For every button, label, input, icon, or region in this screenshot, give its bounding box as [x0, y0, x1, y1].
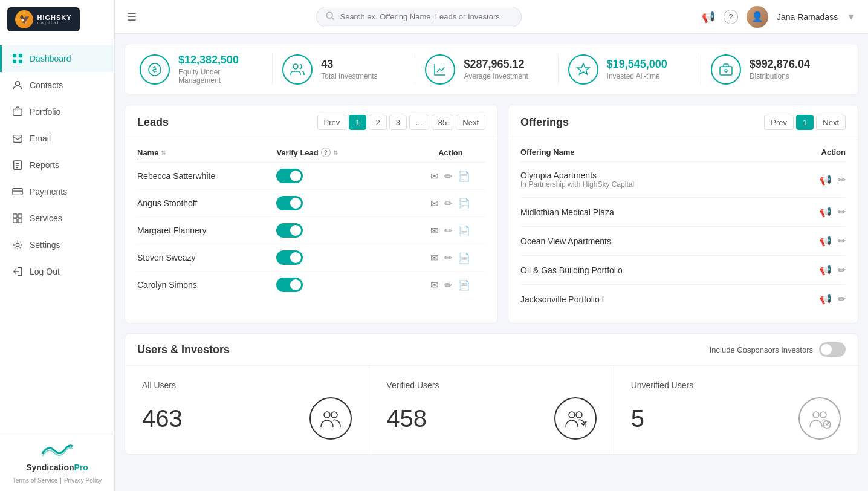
all-users-card: All Users 463 — [125, 366, 369, 454]
lead-doc-1[interactable]: 📄 — [458, 171, 470, 182]
leads-title: Leads — [137, 116, 169, 129]
main-content: $12,382,500 Equity Under Management 43 T… — [115, 34, 868, 491]
leads-prev-btn[interactable]: Prev — [317, 115, 347, 130]
syndication-brand: SyndicationPro — [26, 463, 88, 472]
sidebar-item-settings[interactable]: Settings — [0, 232, 114, 258]
sidebar: 🦅 HIGHSKY capital Dashboard Contacts — [0, 0, 115, 491]
svg-rect-10 — [18, 214, 22, 218]
offering-edit-5[interactable]: ✏ — [838, 293, 846, 305]
svg-rect-9 — [13, 214, 17, 218]
offerings-next-btn[interactable]: Next — [816, 115, 846, 130]
sidebar-item-contacts[interactable]: Contacts — [0, 72, 114, 99]
name-sort-icon[interactable]: ⇅ — [161, 149, 166, 156]
lead-doc-3[interactable]: 📄 — [458, 225, 470, 236]
sidebar-item-portfolio[interactable]: Portfolio — [0, 99, 114, 125]
offering-edit-3[interactable]: ✏ — [838, 235, 846, 247]
offerings-page-1[interactable]: 1 — [796, 115, 814, 130]
offering-megaphone-1[interactable]: 📢 — [820, 174, 832, 186]
sidebar-item-dashboard-label: Dashboard — [30, 54, 71, 63]
leads-page-3[interactable]: 3 — [389, 115, 407, 130]
lead-email-2[interactable]: ✉ — [430, 198, 438, 209]
lead-toggle-5[interactable] — [276, 278, 303, 292]
offering-row: Olympia Apartments In Partnership with H… — [520, 162, 846, 198]
sidebar-item-logout[interactable]: Log Out — [0, 258, 114, 285]
stat-distributions: $992,876.04 Distributions — [701, 54, 843, 85]
stats-bar: $12,382,500 Equity Under Management 43 T… — [125, 44, 858, 95]
offering-actions-2: 📢 ✏ — [820, 206, 846, 218]
cosponsors-toggle-switch[interactable] — [819, 342, 846, 357]
lead-email-5[interactable]: ✉ — [430, 279, 438, 291]
svg-rect-8 — [13, 189, 22, 195]
lead-toggle-4[interactable] — [276, 250, 303, 265]
offering-row: Oil & Gas Building Portfolio 📢 ✏ — [520, 256, 846, 285]
verify-sort-icon[interactable]: ⇅ — [333, 149, 338, 156]
user-dropdown-icon[interactable]: ▼ — [846, 11, 856, 22]
verify-help-icon[interactable]: ? — [321, 148, 331, 157]
svg-point-23 — [813, 412, 819, 418]
lead-email-3[interactable]: ✉ — [430, 225, 438, 236]
lead-doc-4[interactable]: 📄 — [458, 252, 470, 264]
offering-megaphone-5[interactable]: 📢 — [820, 293, 832, 305]
col-offering-action-label: Action — [821, 148, 846, 157]
cosponsors-label: Include Cosponsors Investors — [710, 345, 813, 354]
lead-name-3: Margaret Flannery — [137, 226, 276, 235]
sidebar-item-reports[interactable]: Reports — [0, 152, 114, 178]
lead-toggle-1[interactable] — [276, 169, 303, 183]
search-input[interactable] — [340, 12, 513, 21]
help-icon[interactable]: ? — [724, 10, 738, 24]
sidebar-item-email[interactable]: Email — [0, 125, 114, 152]
lead-email-1[interactable]: ✉ — [430, 171, 438, 182]
lead-email-4[interactable]: ✉ — [430, 252, 438, 264]
lead-edit-3[interactable]: ✏ — [444, 225, 452, 236]
distributions-label: Distributions — [750, 72, 810, 80]
offering-edit-2[interactable]: ✏ — [838, 206, 846, 218]
lead-doc-5[interactable]: 📄 — [458, 279, 470, 291]
offering-megaphone-3[interactable]: 📢 — [820, 235, 832, 247]
leads-page-ellipsis: ... — [409, 115, 429, 130]
svg-rect-1 — [19, 54, 22, 57]
hamburger-icon[interactable]: ☰ — [127, 10, 137, 24]
users-investors-section: Users & Investors Include Cosponsors Inv… — [125, 333, 858, 455]
leads-page-2[interactable]: 2 — [369, 115, 386, 130]
col-action-label: Action — [416, 148, 485, 157]
offerings-prev-btn[interactable]: Prev — [764, 115, 794, 130]
topbar-left: ☰ — [127, 10, 137, 24]
svg-rect-17 — [720, 67, 732, 75]
offering-megaphone-2[interactable]: 📢 — [820, 206, 832, 218]
average-label: Average Investment — [464, 72, 528, 80]
unverified-users-value: 5 — [631, 405, 644, 432]
sidebar-item-dashboard[interactable]: Dashboard — [0, 45, 114, 72]
distributions-value: $992,876.04 — [750, 58, 810, 71]
leads-next-btn[interactable]: Next — [456, 115, 485, 130]
investments-value: 43 — [321, 58, 377, 71]
svg-rect-2 — [13, 60, 16, 63]
terms-link[interactable]: Terms of Service — [13, 477, 57, 484]
privacy-link[interactable]: Privacy Policy — [64, 477, 102, 484]
lead-toggle-3[interactable] — [276, 223, 303, 238]
stat-average: $287,965.12 Average Investment — [415, 54, 558, 85]
sidebar-item-contacts-label: Contacts — [30, 80, 63, 90]
verified-users-icon — [554, 397, 597, 440]
unverified-users-card: Unverified Users 5 — [614, 366, 858, 454]
lead-edit-4[interactable]: ✏ — [444, 252, 452, 264]
lead-doc-2[interactable]: 📄 — [458, 198, 470, 209]
lead-name-1: Rebecca Satterwhite — [137, 171, 276, 181]
offerings-title: Offerings — [520, 116, 569, 129]
megaphone-icon[interactable]: 📢 — [702, 10, 715, 24]
sidebar-item-services[interactable]: Services — [0, 205, 114, 232]
topbar-right: 📢 ? 👤 Jana Ramadass ▼ — [702, 6, 856, 28]
offering-megaphone-4[interactable]: 📢 — [820, 264, 832, 276]
sidebar-item-payments[interactable]: Payments — [0, 178, 114, 205]
invested-label: Invested All-time — [607, 72, 667, 80]
lead-edit-1[interactable]: ✏ — [444, 171, 452, 182]
lead-edit-5[interactable]: ✏ — [444, 279, 452, 291]
offering-edit-4[interactable]: ✏ — [838, 264, 846, 276]
leads-page-1[interactable]: 1 — [349, 115, 366, 130]
average-value: $287,965.12 — [464, 58, 528, 71]
leads-table-header: Name ⇅ Verify Lead ? ⇅ Action — [137, 140, 485, 163]
offering-edit-1[interactable]: ✏ — [838, 174, 846, 186]
users-title: Users & Investors — [137, 343, 230, 356]
leads-page-85[interactable]: 85 — [432, 115, 453, 130]
lead-edit-2[interactable]: ✏ — [444, 198, 452, 209]
lead-toggle-2[interactable] — [276, 196, 303, 210]
